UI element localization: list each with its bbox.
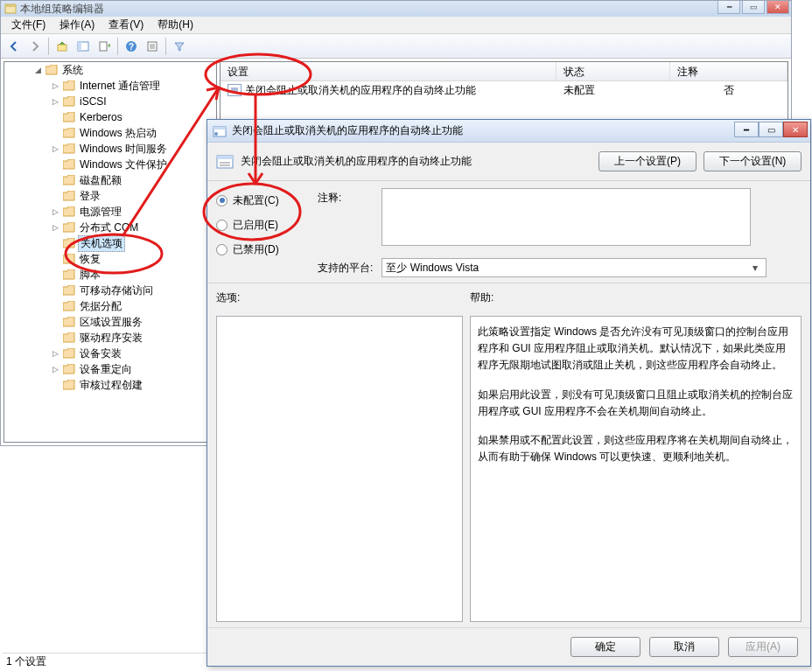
tree-node[interactable]: 脚本 [4, 267, 216, 283]
setting-header-label: 关闭会阻止或取消关机的应用程序的自动终止功能 [241, 154, 472, 169]
menu-view[interactable]: 查看(V) [102, 16, 150, 34]
back-button[interactable] [4, 37, 24, 56]
notes-textarea[interactable] [382, 188, 751, 246]
expand-icon[interactable]: ▷ [50, 222, 60, 233]
tree-node[interactable]: Windows 文件保护 [4, 157, 216, 172]
tree-node[interactable]: 恢复 [4, 251, 216, 267]
menu-action[interactable]: 操作(A) [52, 16, 102, 34]
dlg-maximize-button[interactable]: ▭ [759, 122, 783, 137]
tree-node[interactable]: ▷设备安装 [4, 346, 216, 361]
menu-file[interactable]: 文件(F) [4, 16, 52, 34]
folder-icon [63, 380, 75, 390]
dlg-close-button[interactable]: ✕ [783, 122, 808, 137]
col-state[interactable]: 状态 [556, 62, 670, 80]
expand-icon[interactable]: ▷ [50, 143, 60, 154]
platform-value: 至少 Windows Vista [386, 261, 479, 276]
radio-icon [216, 195, 228, 206]
help-box[interactable]: 此策略设置指定 Windows 是否允许没有可见顶级窗口的控制台应用程序和 GU… [470, 316, 802, 622]
tree-label: 驱动程序安装 [78, 331, 144, 346]
folder-icon [63, 317, 75, 327]
maximize-button[interactable]: ▭ [742, 1, 765, 14]
dialog-titlebar[interactable]: 关闭会阻止或取消关机的应用程序的自动终止功能 ━ ▭ ✕ [207, 120, 810, 143]
col-setting[interactable]: 设置 [220, 62, 556, 80]
setting-comment: 否 [670, 81, 788, 100]
expand-icon[interactable]: ▷ [50, 364, 60, 374]
show-hide-tree-button[interactable] [74, 37, 93, 56]
divider [207, 283, 810, 283]
status-bar: 1 个设置 [3, 653, 213, 668]
tree-node[interactable]: 磁盘配额 [4, 172, 216, 188]
menu-help[interactable]: 帮助(H) [150, 16, 200, 34]
dlg-minimize-button[interactable]: ━ [734, 122, 759, 137]
tree-node[interactable]: ▷分布式 COM [4, 220, 216, 235]
expand-icon[interactable]: ▷ [50, 348, 60, 359]
tree-node-system[interactable]: ◢ 系统 [4, 62, 216, 78]
tree-node[interactable]: ▷Internet 通信管理 [4, 78, 216, 94]
settings-row[interactable]: 关闭会阻止或取消关机的应用程序的自动终止功能 未配置 否 [220, 81, 788, 99]
export-button[interactable] [94, 37, 114, 56]
tree-node[interactable]: 区域设置服务 [4, 314, 216, 330]
expand-icon[interactable]: ▷ [50, 96, 60, 107]
tree-label: 审核过程创建 [78, 378, 144, 393]
help-paragraph: 此策略设置指定 Windows 是否允许没有可见顶级窗口的控制台应用程序和 GU… [478, 324, 794, 374]
tree-label: 脚本 [78, 268, 102, 283]
col-comment[interactable]: 注释 [670, 62, 788, 80]
expand-icon[interactable]: ▷ [50, 206, 60, 217]
folder-icon [63, 159, 75, 170]
help-paragraph: 如果禁用或不配置此设置，则这些应用程序将在关机期间自动终止，从而有助于确保 Wi… [478, 432, 794, 465]
ok-button[interactable]: 确定 [570, 637, 640, 657]
tree-node[interactable]: ▷设备重定向 [4, 361, 216, 377]
toolbar-separator [48, 38, 49, 55]
radio-disabled[interactable]: 已禁用(D) [216, 237, 300, 262]
tree-label: 设备重定向 [78, 362, 134, 377]
tree-node[interactable]: ▷iSCSI [4, 94, 216, 109]
help-button[interactable]: ? [122, 37, 141, 56]
tree-label: iSCSI [78, 95, 108, 108]
tree-node[interactable]: 驱动程序安装 [4, 330, 216, 346]
filter-button[interactable] [170, 37, 189, 56]
up-button[interactable] [52, 37, 72, 56]
tree-node[interactable]: 关机选项 [4, 235, 216, 251]
folder-icon [63, 191, 75, 201]
prev-setting-button[interactable]: 上一个设置(P) [598, 151, 696, 171]
expand-icon[interactable]: ▷ [50, 80, 60, 91]
radio-label: 已禁用(D) [233, 242, 279, 257]
tree-panel[interactable]: ◢ 系统 ▷Internet 通信管理▷iSCSIKerberosWindows… [4, 61, 217, 443]
cancel-button[interactable]: 取消 [649, 637, 719, 657]
forward-button[interactable] [25, 37, 45, 56]
tree-node[interactable]: ▷Windows 时间服务 [4, 141, 216, 157]
minimize-button[interactable]: ━ [718, 1, 740, 14]
properties-button[interactable] [143, 37, 162, 56]
expand-placeholder [50, 191, 60, 201]
next-setting-button[interactable]: 下一个设置(N) [704, 151, 802, 171]
chevron-down-icon: ▾ [748, 260, 762, 276]
main-titlebar[interactable]: 本地组策略编辑器 ━ ▭ ✕ [1, 1, 791, 17]
tree-node[interactable]: Kerberos [4, 109, 216, 125]
radio-not-configured[interactable]: 未配置(C) [216, 188, 300, 213]
options-box[interactable] [216, 316, 463, 622]
setting-icon [228, 84, 242, 96]
svg-text:?: ? [129, 42, 134, 52]
expand-placeholder [50, 332, 60, 343]
tree-node[interactable]: 凭据分配 [4, 298, 216, 314]
collapse-icon[interactable]: ◢ [32, 65, 43, 75]
close-button[interactable]: ✕ [766, 1, 789, 14]
main-title: 本地组策略编辑器 [20, 2, 104, 17]
tree-node[interactable]: 审核过程创建 [4, 377, 216, 393]
tree-node[interactable]: ▷电源管理 [4, 204, 216, 220]
expand-placeholder [50, 285, 60, 296]
expand-placeholder [50, 175, 60, 185]
radio-label: 未配置(C) [233, 193, 279, 208]
folder-icon [46, 65, 58, 75]
expand-placeholder [50, 238, 60, 248]
folder-icon [63, 222, 75, 233]
folder-icon [63, 143, 75, 154]
tree-node[interactable]: 登录 [4, 188, 216, 204]
platform-combo[interactable]: 至少 Windows Vista ▾ [382, 258, 766, 277]
apply-button[interactable]: 应用(A) [728, 637, 798, 657]
tree-label: Windows 时间服务 [78, 142, 169, 157]
radio-enabled[interactable]: 已启用(E) [216, 213, 300, 237]
tree-node[interactable]: 可移动存储访问 [4, 283, 216, 298]
setting-name: 关闭会阻止或取消关机的应用程序的自动终止功能 [245, 83, 476, 98]
tree-node[interactable]: Windows 热启动 [4, 125, 216, 141]
